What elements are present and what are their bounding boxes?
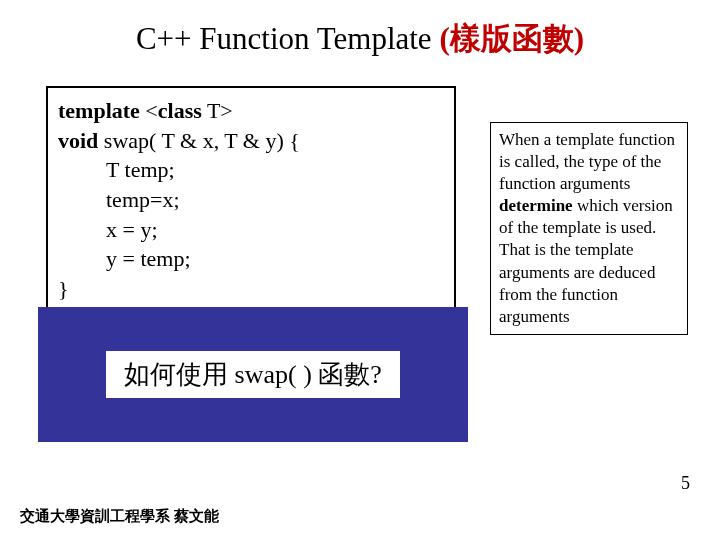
code-line-4: temp=x;	[58, 185, 444, 215]
question-text: 如何使用 swap( ) 函數?	[106, 351, 400, 398]
page-number: 5	[681, 473, 690, 494]
code-line-3: T temp;	[58, 155, 444, 185]
code-line-6: y = temp;	[58, 244, 444, 274]
code-line-7: }	[58, 274, 444, 304]
title-cn: (樣版函數)	[439, 21, 584, 56]
code-line-2: void swap( T & x, T & y) {	[58, 126, 444, 156]
note-part1: When a template function is called, the …	[499, 130, 675, 193]
note-part3: which version of the template is used. T…	[499, 196, 673, 325]
note-box: When a template function is called, the …	[490, 122, 688, 335]
note-bold: determine	[499, 196, 573, 215]
code-line-5: x = y;	[58, 215, 444, 245]
code-line-1: template <class T>	[58, 96, 444, 126]
title-en: C++ Function Template	[136, 21, 439, 56]
question-box: 如何使用 swap( ) 函數?	[38, 307, 468, 442]
footer-text: 交通大學資訓工程學系 蔡文能	[20, 507, 219, 526]
slide-title: C++ Function Template (樣版函數)	[0, 18, 720, 60]
